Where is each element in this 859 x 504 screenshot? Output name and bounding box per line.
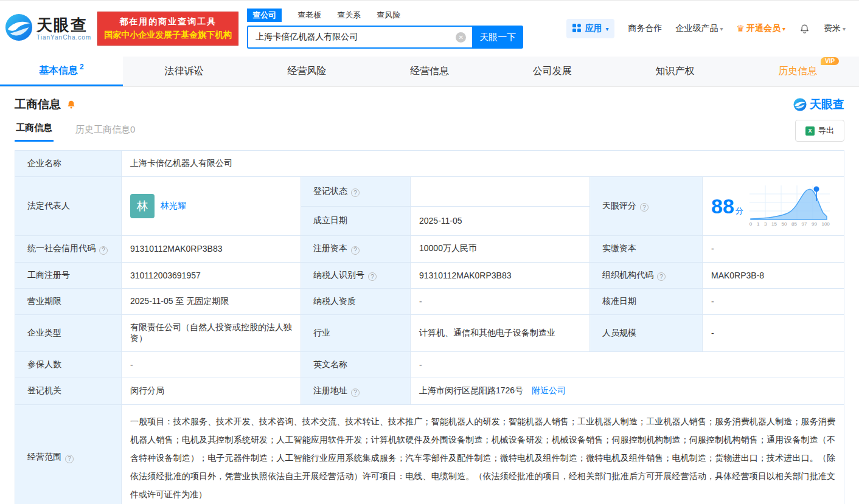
tab-intellectual-property[interactable]: 知识产权 — [614, 57, 737, 86]
tianyan-score-value: 88分 — [703, 177, 844, 236]
reg-status-label: 登记状态? — [301, 177, 411, 207]
search-input[interactable] — [248, 32, 456, 42]
tab-label: 经营信息 — [410, 65, 449, 78]
help-icon[interactable]: ? — [351, 388, 360, 397]
company-name-value: 上海卡倍亿机器人有限公司 — [122, 151, 844, 177]
tab-label: 公司发展 — [533, 65, 572, 78]
clear-icon[interactable]: ✕ — [456, 32, 466, 43]
score-curve-chart: 0131550859799100 — [749, 185, 830, 227]
reg-address-label: 注册地址? — [301, 378, 411, 405]
nav-business-cooperation[interactable]: 商务合作 — [628, 23, 662, 34]
paid-capital-label: 实缴资本 — [590, 236, 703, 263]
company-name-label: 企业名称 — [15, 151, 122, 177]
tianyancha-watermark: 天眼查 — [793, 97, 844, 112]
help-icon[interactable]: ? — [657, 272, 666, 281]
vip-label: 开通会员 — [746, 23, 781, 34]
table-row: 参保人数 - 英文名称 - — [15, 352, 844, 378]
subtabs-row: 工商信息 历史工商信息0 X 导出 — [15, 116, 844, 142]
table-row: 工商注册号 310112003691957 纳税人识别号? 91310112MA… — [15, 262, 844, 289]
watermark-label: 天眼查 — [810, 97, 844, 112]
logo-cn: 天眼查 — [37, 16, 91, 34]
subtab-history-business-info[interactable]: 历史工商信息0 — [74, 118, 136, 142]
apps-label: 应用 — [585, 23, 602, 34]
table-row: 统一社会信用代码? 91310112MAK0RP3B83 注册资本? 10000… — [15, 236, 844, 263]
help-icon[interactable]: ? — [99, 246, 108, 255]
staff-size-label: 人员规模 — [590, 315, 703, 352]
legal-rep-link[interactable]: 林光耀 — [161, 201, 186, 212]
table-row: 营业期限 2025-11-05 至 无固定期限 纳税人资质 - 核准日期 - — [15, 289, 844, 315]
table-row: 经营范围? 一般项目：技术服务、技术开发、技术咨询、技术交流、技术转让、技术推广… — [15, 404, 844, 504]
subtab-business-info[interactable]: 工商信息 — [15, 116, 54, 142]
search-button[interactable]: 天眼一下 — [472, 26, 523, 49]
taxpayer-id-value: 91310112MAK0RP3B83 — [411, 262, 590, 289]
tianyancha-logo-icon — [5, 13, 33, 44]
chevron-down-icon: ▾ — [843, 26, 846, 32]
search-tab-company[interactable]: 查公司 — [247, 9, 282, 22]
tab-operation-info[interactable]: 经营信息 — [368, 57, 491, 86]
business-term-label: 营业期限 — [15, 289, 122, 315]
table-row: 企业名称 上海卡倍亿机器人有限公司 — [15, 151, 844, 177]
search-tab-boss[interactable]: 查老板 — [297, 10, 321, 21]
apps-menu[interactable]: 应用 ▾ — [566, 19, 614, 38]
help-icon[interactable]: ? — [368, 272, 377, 281]
logo-en: TianYanCha.com — [37, 34, 91, 41]
tab-count: 2 — [80, 63, 84, 71]
chevron-down-icon: ▾ — [720, 26, 723, 32]
help-icon[interactable]: ? — [640, 203, 649, 212]
table-row: 法定代表人 林 林光耀 登记状态? 天眼评分? — [15, 177, 844, 207]
search-area: 查公司 查老板 查关系 查风险 ✕ 天眼一下 — [247, 9, 523, 49]
table-row: 登记机关 闵行分局 注册地址? 上海市闵行区昆阳路1726号 附近公司 — [15, 378, 844, 405]
legal-rep-avatar[interactable]: 林 — [130, 194, 155, 218]
english-name-value: - — [411, 352, 844, 378]
tab-company-development[interactable]: 公司发展 — [491, 57, 614, 86]
legal-rep-value: 林 林光耀 — [122, 177, 301, 236]
crown-icon: ♛ — [736, 23, 744, 34]
industry-label: 行业 — [301, 315, 411, 352]
nearby-companies-link[interactable]: 附近公司 — [532, 385, 566, 395]
tab-label: 经营风险 — [287, 65, 326, 78]
help-icon[interactable]: ? — [65, 455, 74, 463]
enterprise-label: 企业级产品 — [675, 23, 718, 34]
approval-date-value: - — [703, 289, 844, 315]
business-scope-label: 经营范围? — [15, 404, 122, 504]
help-icon[interactable]: ? — [351, 188, 360, 197]
establish-date-label: 成立日期 — [301, 206, 411, 235]
reg-number-value: 310112003691957 — [122, 262, 301, 289]
apps-grid-icon — [572, 24, 581, 34]
chevron-down-icon: ▾ — [782, 26, 785, 32]
logo-text: 天眼查 TianYanCha.com — [37, 16, 91, 41]
business-term-value: 2025-11-05 至 无固定期限 — [122, 289, 301, 315]
search-tabs: 查公司 查老板 查关系 查风险 — [247, 9, 523, 22]
top-header: 天眼查 TianYanCha.com 都在用的商业查询工具 国家中小企业发展子基… — [0, 1, 859, 57]
staff-size-value: - — [703, 315, 844, 352]
credit-code-value: 91310112MAK0RP3B83 — [122, 236, 301, 263]
org-code-value: MAK0RP3B-8 — [703, 262, 844, 289]
tab-label: 知识产权 — [655, 65, 694, 78]
vip-badge: VIP — [821, 57, 839, 65]
nav-enterprise-products[interactable]: 企业级产品 ▾ — [675, 23, 723, 34]
search-tab-risk[interactable]: 查风险 — [377, 10, 400, 21]
industry-value: 计算机、通信和其他电子设备制造业 — [411, 315, 590, 352]
tab-basic-info[interactable]: 基本信息 2 — [0, 57, 123, 86]
taxpayer-qualification-value: - — [411, 289, 590, 315]
header-right-nav: 应用 ▾ 商务合作 企业级产品 ▾ ♛ 开通会员 ▾ 费米 ▾ — [566, 19, 846, 38]
tab-operation-risk[interactable]: 经营风险 — [245, 57, 368, 86]
business-scope-value: 一般项目：技术服务、技术开发、技术咨询、技术交流、技术转让、技术推广；智能机器人… — [122, 404, 844, 504]
insured-count-label: 参保人数 — [15, 352, 122, 378]
promo-line2: 国家中小企业发展子基金旗下机构 — [104, 29, 232, 42]
table-row: 企业类型 有限责任公司（自然人投资或控股的法人独资） 行业 计算机、通信和其他电… — [15, 315, 844, 352]
tab-legal-litigation[interactable]: 法律诉讼 — [123, 57, 246, 86]
search-box: ✕ — [247, 26, 472, 49]
search-tab-relation[interactable]: 查关系 — [337, 10, 361, 21]
help-icon[interactable]: ? — [351, 246, 360, 255]
monitor-bell-icon[interactable] — [66, 99, 77, 110]
company-type-value: 有限责任公司（自然人投资或控股的法人独资） — [122, 315, 301, 352]
tianyancha-logo[interactable]: 天眼查 TianYanCha.com — [5, 13, 91, 44]
tab-history-info[interactable]: 历史信息 VIP — [736, 57, 859, 86]
score-axis: 0131550859799100 — [749, 221, 830, 227]
export-button[interactable]: X 导出 — [795, 120, 844, 142]
nav-open-vip[interactable]: ♛ 开通会员 ▾ — [736, 23, 785, 34]
notification-bell-icon[interactable] — [799, 23, 810, 35]
tab-label: 基本信息 — [39, 64, 78, 77]
user-menu[interactable]: 费米 ▾ — [824, 23, 846, 34]
